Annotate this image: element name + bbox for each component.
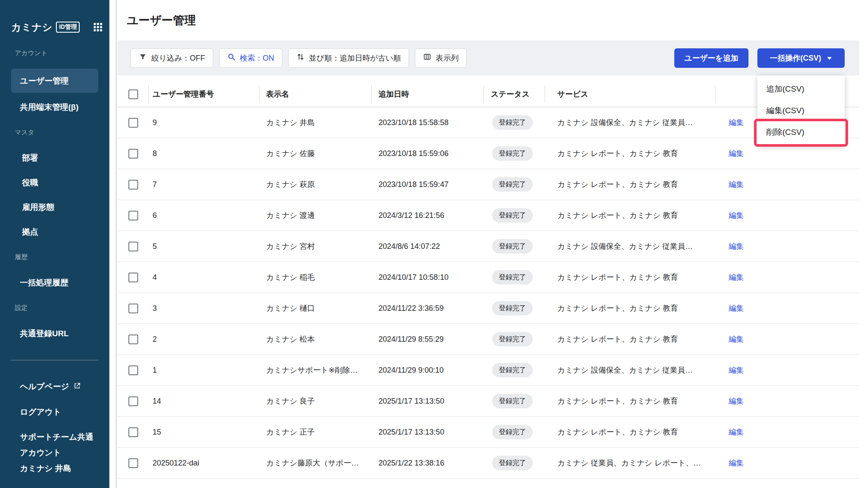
row-checkbox-cell [117, 335, 148, 344]
table-row: 8 カミナシ 佐藤 2023/10/18 15:59:06 登録完了 カミナシ … [117, 138, 859, 169]
cell-added-datetime: 2024/8/6 14:07:22 [371, 242, 484, 251]
edit-link[interactable]: 編集 [729, 118, 744, 127]
cell-display-name: カミナシサポート※削除… [259, 365, 371, 375]
row-checkbox[interactable] [128, 118, 138, 128]
cell-added-datetime: 2023/10/18 15:58:58 [371, 118, 484, 127]
edit-link[interactable]: 編集 [729, 428, 744, 436]
account-name: サポートチーム共通アカウント [20, 429, 98, 460]
edit-link[interactable]: 編集 [729, 304, 744, 312]
row-checkbox-cell [117, 180, 148, 190]
cell-added-datetime: 2023/10/18 15:59:47 [371, 180, 484, 189]
cell-services: カミナシ レポート、カミナシ 教育 [545, 272, 715, 282]
sidebar-section-label: アカウント [15, 49, 109, 59]
sidebar-item[interactable]: 雇用形態 [11, 197, 98, 218]
columns-icon [423, 53, 431, 63]
cell-user-id: 2 [148, 335, 259, 344]
sidebar-item[interactable]: 共通登録URL [11, 323, 98, 344]
sidebar-item[interactable]: ユーザー管理 [11, 69, 98, 93]
edit-link[interactable]: 編集 [729, 273, 744, 282]
brand-badge: ID管理 [56, 22, 80, 33]
edit-link[interactable]: 編集 [729, 211, 744, 220]
cell-services: カミナシ 設備保全、カミナシ 従業員… [545, 365, 715, 375]
cell-display-name: カミナシ 萩原 [259, 179, 371, 190]
sidebar-item[interactable]: 役職 [11, 173, 98, 193]
row-checkbox-cell [117, 427, 148, 437]
table-row: 14 カミナシ 良子 2025/1/17 13:13:50 登録完了 カミナシ … [117, 386, 859, 417]
bulk-csv-button[interactable]: 一括操作(CSV) [757, 48, 845, 68]
cell-actions: 編集 [715, 458, 859, 468]
sidebar-item[interactable]: 拠点 [11, 222, 98, 242]
sidebar-item[interactable]: 部署 [11, 148, 98, 168]
row-checkbox[interactable] [128, 365, 138, 375]
row-checkbox[interactable] [128, 211, 138, 220]
sidebar-item[interactable]: 共用端末管理(β) [11, 97, 98, 117]
cell-status: 登録完了 [484, 115, 545, 130]
cell-services: カミナシ 設備保全、カミナシ 従業員… [545, 117, 715, 128]
sort-button[interactable]: 並び順：追加日時が古い順 [288, 48, 409, 68]
status-badge: 登録完了 [492, 115, 533, 130]
edit-link[interactable]: 編集 [729, 180, 744, 189]
status-badge: 登録完了 [492, 239, 533, 254]
select-all-checkbox[interactable] [128, 89, 138, 99]
row-checkbox[interactable] [128, 304, 138, 313]
bulk-menu-item[interactable]: 編集(CSV) [757, 100, 845, 121]
cell-services: カミナシ レポート、カミナシ 教育 [545, 334, 715, 344]
row-checkbox[interactable] [128, 273, 138, 282]
cell-display-name: カミナシ藤原大（サポー… [259, 458, 371, 468]
row-checkbox-cell [117, 211, 148, 220]
cell-status: 登録完了 [484, 425, 545, 439]
select-all-cell [117, 81, 148, 107]
row-checkbox[interactable] [128, 458, 138, 468]
help-label: ヘルプページ [20, 381, 69, 392]
cell-status: 登録完了 [484, 177, 545, 192]
edit-link[interactable]: 編集 [729, 335, 744, 343]
sidebar-help-link[interactable]: ヘルプページ [11, 376, 98, 397]
sidebar-section: アカウントユーザー管理共用端末管理(β) [0, 49, 109, 117]
row-checkbox[interactable] [128, 427, 138, 437]
sidebar-item[interactable]: 一括処理履歴 [11, 273, 98, 293]
edit-link[interactable]: 編集 [729, 459, 744, 467]
table-row: 7 カミナシ 萩原 2023/10/18 15:59:47 登録完了 カミナシ … [117, 169, 859, 200]
row-checkbox-cell [117, 149, 148, 159]
cell-services: カミナシ レポート、カミナシ 教育 [545, 396, 715, 406]
row-checkbox-cell [117, 365, 148, 375]
user-table: ユーザー管理番号 表示名 追加日時 ステータス サービス 9 カミナシ 井島 2… [117, 81, 859, 479]
bulk-menu-item[interactable]: 削除(CSV) [757, 121, 845, 143]
cell-user-id: 20250122-dai [148, 459, 259, 468]
edit-link[interactable]: 編集 [729, 366, 744, 374]
columns-button[interactable]: 表示列 [415, 48, 467, 68]
table-row: 2 カミナシ 松本 2024/11/29 8:55:29 登録完了 カミナシ レ… [117, 324, 859, 355]
search-icon [227, 53, 236, 63]
row-checkbox-cell [117, 304, 148, 313]
search-button[interactable]: 検索：ON [219, 48, 282, 68]
row-checkbox[interactable] [128, 396, 138, 406]
cell-actions: 編集 [715, 303, 859, 313]
row-checkbox[interactable] [128, 180, 138, 190]
cell-status: 登録完了 [484, 270, 545, 284]
edit-link[interactable]: 編集 [729, 397, 744, 405]
edit-link[interactable]: 編集 [729, 149, 744, 158]
col-header-added: 追加日時 [371, 81, 484, 107]
search-label: 検索：ON [240, 53, 274, 63]
sidebar-logout-link[interactable]: ログアウト [11, 402, 98, 422]
cell-user-id: 15 [148, 428, 259, 437]
add-user-button[interactable]: ユーザーを追加 [674, 48, 748, 68]
cell-status: 登録完了 [484, 394, 545, 408]
row-checkbox[interactable] [128, 149, 138, 159]
bulk-csv-label: 一括操作(CSV) [770, 53, 821, 63]
row-checkbox[interactable] [128, 242, 138, 251]
bulk-menu-item[interactable]: 追加(CSV) [757, 78, 845, 100]
cell-status: 登録完了 [484, 208, 545, 223]
cell-status: 登録完了 [484, 146, 545, 161]
cell-services: カミナシ レポート、カミナシ 教育 [545, 427, 715, 437]
edit-link[interactable]: 編集 [729, 242, 744, 251]
apps-grid-icon[interactable] [93, 22, 103, 32]
row-checkbox[interactable] [128, 335, 138, 344]
sidebar-divider [11, 360, 98, 360]
cell-user-id: 8 [148, 149, 259, 158]
cell-user-id: 3 [148, 304, 259, 313]
status-badge: 登録完了 [492, 363, 533, 377]
cell-services: カミナシ レポート、カミナシ 教育 [545, 210, 715, 220]
filter-button[interactable]: 絞り込み：OFF [131, 48, 213, 68]
sidebar-section: マスタ部署役職雇用形態拠点 [0, 128, 109, 242]
